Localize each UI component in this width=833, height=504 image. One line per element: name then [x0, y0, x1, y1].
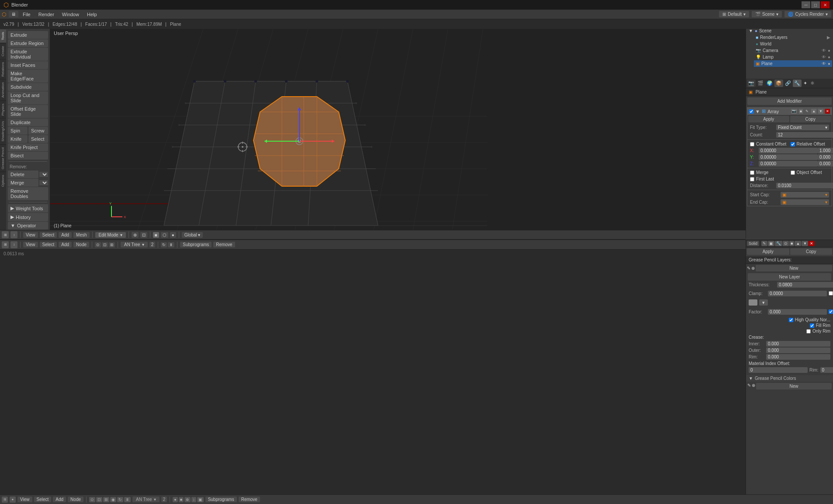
rim-mat-input[interactable] — [820, 367, 833, 373]
tab-relations[interactable]: Relations — [0, 59, 6, 79]
colors-new-button[interactable]: New — [756, 383, 832, 389]
si2[interactable]: ■ — [179, 497, 184, 502]
tab-options[interactable]: Options — [0, 172, 6, 190]
outer-input[interactable] — [766, 348, 830, 353]
thickness-input[interactable] — [777, 282, 833, 288]
screen-layout[interactable]: ⊞ Default ▾ — [719, 11, 749, 17]
obj-offset-checkbox[interactable] — [791, 170, 795, 175]
sync-icon2[interactable]: ⏸ — [168, 242, 174, 247]
scene-item-lamp[interactable]: 💡 Lamp 👁 ● — [754, 54, 832, 60]
menu-help[interactable]: Help — [83, 11, 101, 18]
start-cap-selector[interactable]: ▣▾ — [781, 192, 829, 198]
screw-button[interactable]: Screw — [28, 127, 48, 135]
sync-icon1[interactable]: ↻ — [161, 242, 167, 247]
eye-icon[interactable]: 👁 — [822, 48, 826, 53]
add-vp-button[interactable]: Add — [59, 232, 72, 238]
even-thickness-checkbox[interactable] — [829, 309, 833, 314]
gp-icon6[interactable]: ▲ — [795, 241, 801, 246]
modifier-down-btn[interactable]: ▼ — [818, 109, 823, 114]
end-cap-selector[interactable]: ▣▾ — [781, 199, 829, 205]
shading-solid[interactable]: ■ — [153, 232, 159, 238]
modifier-up-btn[interactable]: ▲ — [811, 109, 816, 114]
count-input[interactable] — [776, 132, 833, 138]
merge-button[interactable]: Merge — [8, 179, 38, 187]
menu-render[interactable]: Render — [35, 11, 58, 18]
constant-offset-checkbox[interactable] — [750, 142, 754, 146]
modifier-enable-checkbox[interactable] — [749, 109, 753, 114]
lamp-restrict-icon[interactable]: ● — [828, 55, 830, 59]
new-layer-full-btn[interactable]: New Layer — [748, 273, 831, 281]
color-swatch[interactable] — [749, 299, 757, 306]
scene-item-camera[interactable]: 📷 Camera 👁 ● — [754, 47, 832, 54]
prop-tab-render[interactable]: 📷 — [747, 80, 756, 87]
s-icon2[interactable]: ⊡ — [96, 497, 102, 502]
add-modifier-button[interactable]: Add Modifier — [747, 97, 832, 105]
copy-button[interactable]: Copy — [790, 116, 831, 122]
menu-window[interactable]: Window — [59, 11, 83, 18]
manipulator-icon[interactable]: ⊡ — [140, 232, 147, 238]
z-input[interactable] — [759, 161, 818, 167]
pivot-icon[interactable]: ⊕ — [132, 232, 139, 238]
transform-orient[interactable]: Global▾ — [182, 232, 203, 238]
status-tree[interactable]: AN Tree▾ — [132, 497, 160, 502]
s-icon4[interactable]: ◉ — [110, 497, 116, 502]
modifier-delete-btn[interactable]: ✕ — [825, 109, 830, 114]
prop-tab-object[interactable]: 📦 — [774, 80, 783, 87]
maximize-button[interactable]: □ — [811, 1, 820, 8]
close-button[interactable]: ✕ — [821, 1, 830, 8]
prop-tab-world[interactable]: 🌍 — [765, 80, 774, 87]
tab-grease[interactable]: Grease Pencil — [0, 144, 6, 172]
mode-select[interactable]: Edit Mode▾ — [95, 232, 126, 238]
s-icon1[interactable]: ⊙ — [89, 497, 95, 502]
status-remove[interactable]: Remove — [239, 497, 260, 502]
modifier-camera-btn[interactable]: 📷 — [791, 109, 797, 114]
shading-render[interactable]: ● — [170, 232, 176, 238]
knife-project-button[interactable]: Knife Project — [8, 143, 48, 151]
prop-tab-particles[interactable]: ✦ — [802, 80, 809, 87]
si3[interactable]: ⊕ — [184, 497, 191, 502]
status-select[interactable]: Select — [34, 497, 52, 502]
only-rim-checkbox[interactable] — [806, 329, 811, 334]
status-subprograms[interactable]: Subprograms — [205, 497, 237, 502]
fit-type-select[interactable]: Fixed Count ▾ — [776, 125, 829, 130]
view-button[interactable]: View — [23, 232, 38, 238]
engine-selector[interactable]: 🌀 Cycles Render ▾ — [784, 11, 831, 17]
grease-colors-header[interactable]: ▼ Grease Pencil Colors — [746, 375, 833, 382]
select-vp-button[interactable]: Select — [40, 232, 57, 238]
inset-faces-button[interactable]: Inset Faces — [8, 61, 48, 69]
scene-item-renderlayers[interactable]: ■ RenderLayers ▶ — [754, 34, 832, 41]
color-expand[interactable]: ▾ — [759, 299, 768, 306]
status-add[interactable]: Add — [53, 497, 66, 502]
3d-viewport[interactable]: User Persp — [50, 29, 746, 230]
remove-button[interactable]: Remove — [213, 242, 235, 247]
tree-number[interactable]: 2 — [149, 242, 156, 247]
bisect-button[interactable]: Bisect — [8, 152, 48, 160]
extrude-individual-button[interactable]: Extrude Individual — [8, 48, 48, 61]
tab-create[interactable]: Create — [0, 43, 6, 59]
prop-tab-constraints[interactable]: 🔗 — [784, 80, 792, 87]
mesh-button[interactable]: Mesh — [73, 232, 89, 238]
node-icon-b[interactable]: ⊡ — [102, 242, 108, 247]
plane-restrict-icon[interactable]: ● — [828, 61, 830, 66]
menu-file[interactable]: File — [19, 11, 34, 18]
tree-name-selector[interactable]: AN Tree ▾ — [121, 242, 148, 247]
tab-physics[interactable]: Physics — [0, 101, 6, 118]
spin-button[interactable]: Spin — [8, 127, 28, 135]
remove-doubles-button[interactable]: Remove Doubles — [8, 187, 48, 200]
merge-checkbox[interactable] — [750, 170, 754, 175]
x-input[interactable] — [759, 148, 818, 153]
scene-item-plane[interactable]: ▣ Plane 👁 ● — [754, 60, 832, 67]
select-button[interactable]: Select — [28, 135, 48, 143]
node-icon-a[interactable]: ⊙ — [95, 242, 101, 247]
tab-tools[interactable]: Tools — [0, 29, 6, 43]
s-icon5[interactable]: ↻ — [117, 497, 123, 502]
offset-edge-button[interactable]: Offset Edge Slide — [8, 105, 48, 118]
rz-input[interactable] — [818, 161, 833, 167]
mat-index-input[interactable] — [749, 367, 808, 373]
modifier-render-btn[interactable]: ■ — [799, 109, 803, 114]
bt-select-button[interactable]: Select — [40, 242, 57, 247]
merge-select[interactable]: ▾ — [39, 180, 48, 185]
high-quality-checkbox[interactable] — [789, 318, 793, 322]
bt-node-button[interactable]: Node — [73, 242, 89, 247]
status-num[interactable]: 2 — [161, 497, 167, 502]
